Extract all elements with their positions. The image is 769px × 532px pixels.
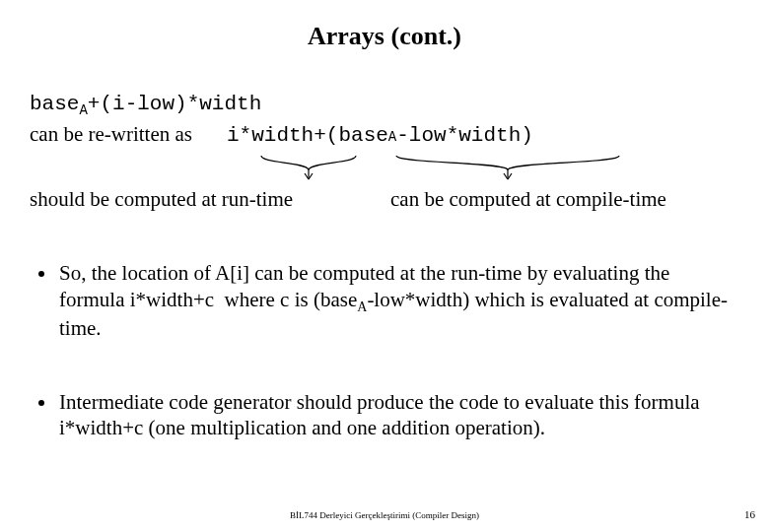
brace-row <box>30 154 739 183</box>
expr-right-post: -low*width) <box>396 122 533 150</box>
formula-sub-a: A <box>79 102 87 118</box>
formula-line-1: baseA+(i-low)*width <box>30 89 739 120</box>
expr-plus: + <box>314 122 326 150</box>
rewrite-label: can be re-written as <box>30 120 192 148</box>
brace-right <box>394 154 621 181</box>
caption-row: should be computed at run-time can be co… <box>30 187 739 217</box>
footer-text: BİL744 Derleyici Gerçekleştirimi (Compil… <box>0 510 769 520</box>
caption-runtime: should be computed at run-time <box>30 187 293 212</box>
brace-left <box>259 154 358 181</box>
bullet-list: So, the location of A[i] can be computed… <box>30 260 739 440</box>
caption-compiletime: can be computed at compile-time <box>390 187 666 212</box>
formula-block: baseA+(i-low)*width can be re-written as… <box>30 89 739 150</box>
page-title: Arrays (cont.) <box>30 22 739 51</box>
bullet-2: Intermediate code generator should produ… <box>57 389 739 441</box>
bullet-1: So, the location of A[i] can be computed… <box>57 260 739 341</box>
expr-left: i*width <box>227 122 314 150</box>
expr-right-sub: A <box>388 128 396 147</box>
slide: Arrays (cont.) baseA+(i-low)*width can b… <box>0 0 769 532</box>
page-number: 16 <box>744 508 755 520</box>
formula-line-2: can be re-written as i*width + (baseA-lo… <box>30 120 739 150</box>
formula-line1-rest: +(i-low)*width <box>88 93 261 115</box>
expr-right-pre: (base <box>326 122 388 150</box>
formula-base: base <box>30 93 79 115</box>
